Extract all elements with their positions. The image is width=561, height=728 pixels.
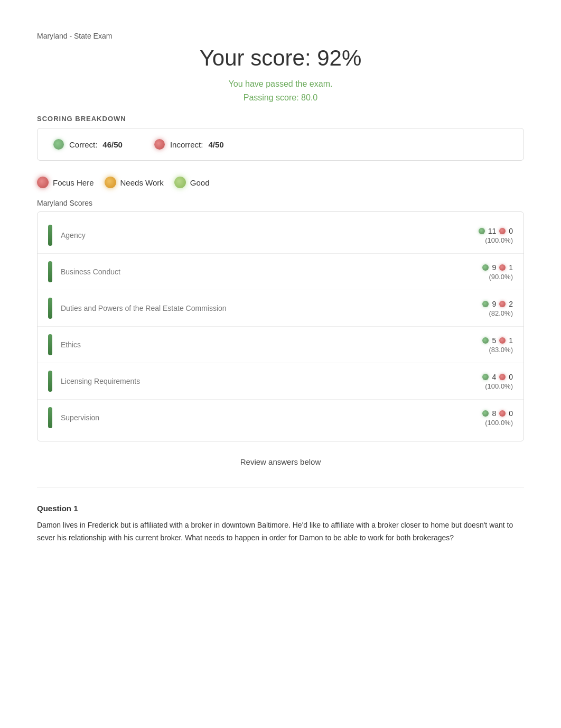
correct-dot-small — [479, 228, 485, 234]
good-label: Good — [190, 178, 210, 187]
score-details: 80(100.0%) — [482, 409, 513, 427]
legend-row: Focus Here Needs Work Good — [37, 177, 524, 188]
correct-dot — [53, 139, 64, 150]
incorrect-number: 2 — [509, 300, 513, 308]
correct-score-item: Correct: 46/50 — [53, 139, 123, 150]
incorrect-dot-small — [499, 410, 506, 417]
needs-work-label: Needs Work — [120, 178, 164, 187]
category-name: Duties and Powers of the Real Estate Com… — [61, 304, 482, 312]
incorrect-label: Incorrect: — [170, 140, 203, 149]
focus-here-label: Focus Here — [53, 178, 94, 187]
score-numbers: 40 — [482, 373, 513, 381]
question-label: Question 1 — [37, 504, 524, 513]
score-numbers: 92 — [482, 300, 513, 308]
bar-indicator — [48, 334, 52, 355]
incorrect-value: 4/50 — [208, 140, 223, 149]
correct-number: 9 — [492, 263, 496, 272]
bar-indicator — [48, 407, 52, 428]
correct-dot-small — [482, 337, 489, 344]
incorrect-dot-small — [499, 374, 506, 380]
incorrect-number: 0 — [509, 373, 513, 381]
incorrect-dot-small — [499, 337, 506, 344]
incorrect-dot-small — [499, 228, 506, 234]
correct-number: 4 — [492, 373, 496, 381]
category-name: Licensing Requirements — [61, 377, 482, 385]
correct-number: 9 — [492, 300, 496, 308]
correct-number: 8 — [492, 409, 496, 418]
correct-dot-small — [482, 410, 489, 417]
score-percent: (100.0%) — [485, 382, 513, 390]
pass-message: You have passed the exam. Passing score:… — [37, 77, 524, 104]
incorrect-dot-small — [499, 301, 506, 307]
score-details: 51(83.0%) — [482, 336, 513, 354]
correct-label: Correct: — [69, 140, 97, 149]
focus-here-dot — [37, 177, 49, 188]
score-percent: (90.0%) — [489, 273, 513, 281]
page-container: Maryland - State Exam Your score: 92% Yo… — [0, 0, 561, 576]
score-row: Agency110(100.0%) — [38, 217, 523, 254]
legend-needs-work: Needs Work — [105, 177, 164, 188]
needs-work-dot — [105, 177, 116, 188]
category-name: Supervision — [61, 413, 482, 422]
score-percent: (100.0%) — [485, 236, 513, 244]
question-section: Question 1 Damon lives in Frederick but … — [37, 499, 524, 545]
legend-focus-here: Focus Here — [37, 177, 94, 188]
correct-number: 11 — [488, 227, 497, 235]
score-details: 110(100.0%) — [479, 227, 513, 244]
score-details: 92(82.0%) — [482, 300, 513, 317]
score-row: Duties and Powers of the Real Estate Com… — [38, 290, 523, 327]
scoring-breakdown-label: SCORING BREAKDOWN — [37, 115, 524, 123]
pass-text: You have passed the exam. — [37, 77, 524, 91]
exam-label: Maryland - State Exam — [37, 32, 524, 40]
good-dot — [174, 177, 186, 188]
bar-indicator — [48, 261, 52, 282]
score-row: Ethics51(83.0%) — [38, 327, 523, 363]
score-percent: (82.0%) — [489, 309, 513, 317]
scores-box: Agency110(100.0%)Business Conduct91(90.0… — [37, 211, 524, 441]
incorrect-score-item: Incorrect: 4/50 — [154, 139, 224, 150]
score-numbers: 80 — [482, 409, 513, 418]
passing-score: Passing score: 80.0 — [37, 91, 524, 105]
incorrect-number: 1 — [509, 263, 513, 272]
score-details: 91(90.0%) — [482, 263, 513, 281]
category-name: Business Conduct — [61, 268, 482, 276]
correct-number: 5 — [492, 336, 496, 345]
bar-indicator — [48, 371, 52, 392]
bar-indicator — [48, 225, 52, 246]
incorrect-dot — [154, 139, 165, 150]
score-row: Business Conduct91(90.0%) — [38, 254, 523, 290]
score-numbers: 51 — [482, 336, 513, 345]
scoring-box: Correct: 46/50 Incorrect: 4/50 — [37, 128, 524, 161]
score-percent: (100.0%) — [485, 419, 513, 427]
score-row: Licensing Requirements40(100.0%) — [38, 363, 523, 400]
score-numbers: 110 — [479, 227, 513, 235]
score-title: Your score: 92% — [37, 45, 524, 71]
score-row: Supervision80(100.0%) — [38, 400, 523, 436]
bar-indicator — [48, 298, 52, 319]
legend-good: Good — [174, 177, 210, 188]
incorrect-number: 1 — [509, 336, 513, 345]
correct-value: 46/50 — [102, 140, 123, 149]
review-text: Review answers below — [37, 457, 524, 466]
category-name: Ethics — [61, 340, 482, 349]
incorrect-number: 0 — [509, 409, 513, 418]
correct-dot-small — [482, 301, 489, 307]
score-percent: (83.0%) — [489, 346, 513, 354]
question-text: Damon lives in Frederick but is affiliat… — [37, 519, 524, 545]
category-name: Agency — [61, 231, 479, 239]
incorrect-dot-small — [499, 264, 506, 271]
maryland-scores-label: Maryland Scores — [37, 199, 524, 207]
score-numbers: 91 — [482, 263, 513, 272]
incorrect-number: 0 — [509, 227, 513, 235]
divider — [37, 487, 524, 488]
score-details: 40(100.0%) — [482, 373, 513, 390]
correct-dot-small — [482, 374, 489, 380]
correct-dot-small — [482, 264, 489, 271]
